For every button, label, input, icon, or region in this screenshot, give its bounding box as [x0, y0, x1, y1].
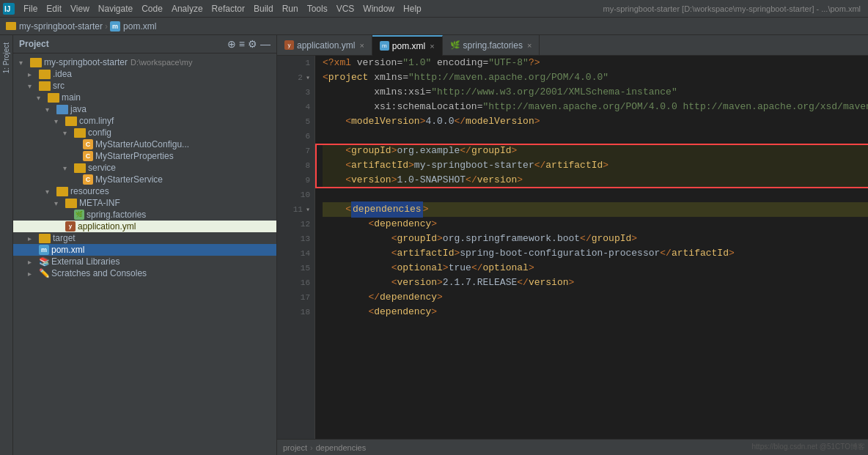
chevron-metainf	[54, 199, 63, 207]
idea-label: .idea	[53, 69, 72, 79]
line-num-18: 18	[301, 308, 310, 317]
menu-build[interactable]: Build	[249, 0, 278, 18]
breadcrumb-file[interactable]: pom.xml	[123, 21, 156, 32]
sidebar-item-service[interactable]: C MyStarterService	[13, 174, 276, 185]
menu-window[interactable]: Window	[358, 0, 399, 18]
gutter-line-2: 2 ▾	[277, 70, 315, 85]
tab-close-pom[interactable]: ×	[430, 42, 434, 51]
sidebar-item-ext-libs[interactable]: 📚 External Libraries	[13, 256, 276, 267]
ext-icon: 📚	[39, 256, 49, 267]
sidebar-item-src[interactable]: src	[13, 80, 276, 92]
tab-close-appyml[interactable]: ×	[359, 41, 364, 50]
class-icon-autoconfig: C	[83, 139, 93, 149]
tab-spring-factories[interactable]: 🌿 spring.factories ×	[443, 35, 540, 56]
left-panel-tab: 1: Project	[0, 35, 13, 455]
chevron-java	[45, 106, 54, 114]
code-line-18: <dependency>	[323, 305, 868, 319]
folder-icon-metainf	[65, 199, 77, 208]
folder-icon-java	[56, 105, 68, 114]
fold-2[interactable]: ▾	[306, 73, 310, 82]
service-label: service	[88, 163, 116, 173]
breadcrumb-item: my-springboot-starter	[6, 21, 103, 32]
code-line-10	[323, 188, 868, 202]
breadcrumb-project[interactable]: my-springboot-starter	[19, 21, 103, 32]
service-cls-label: MyStarterService	[95, 174, 163, 185]
sidebar-item-target[interactable]: target	[13, 232, 276, 244]
sidebar-item-package[interactable]: com.linyf	[13, 115, 276, 127]
sidebar-item-properties[interactable]: C MyStarterProperties	[13, 150, 276, 162]
code-line-3: xmlns:xsi="http://www.w3.org/2001/XMLSch…	[323, 85, 868, 100]
sidebar-controls: ⊕ ≡ ⚙ —	[227, 38, 271, 50]
folder-icon-resources	[56, 187, 68, 196]
gutter-line-10: 10	[277, 188, 315, 202]
menu-file[interactable]: File	[19, 0, 42, 18]
sidebar-sync-btn[interactable]: ⊕	[227, 38, 236, 50]
menu-help[interactable]: Help	[399, 0, 426, 18]
sidebar-item-spring-factories[interactable]: 🌿 spring.factories	[13, 209, 276, 221]
tab-label-appyml: application.yml	[297, 40, 355, 51]
menu-edit[interactable]: Edit	[42, 0, 66, 18]
line-num-15: 15	[301, 264, 310, 273]
sidebar-item-java[interactable]: java	[13, 103, 276, 115]
chevron-target	[28, 234, 37, 243]
gutter-line-7: 7	[277, 144, 315, 158]
appyml-label: application.yml	[78, 221, 136, 232]
line-num-10: 10	[301, 190, 310, 199]
menu-analyze[interactable]: Analyze	[167, 0, 207, 18]
sidebar-collapse-btn[interactable]: ≡	[239, 38, 245, 50]
gutter-line-11: 11 ▾	[277, 202, 315, 217]
sidebar-close-btn[interactable]: —	[260, 38, 271, 50]
chevron-service	[63, 164, 72, 172]
sidebar-item-appyml[interactable]: y application.yml	[13, 221, 276, 232]
code-line-7: <groupId> org.example </groupId>	[323, 144, 868, 158]
sidebar-item-autoconfig[interactable]: C MyStarterAutoConfigu...	[13, 138, 276, 150]
sidebar-item-main[interactable]: main	[13, 92, 276, 103]
code-line-12: <dependency>	[323, 217, 868, 232]
target-label: target	[53, 233, 76, 243]
config-label: config	[88, 127, 111, 138]
project-tab[interactable]: 1: Project	[1, 38, 12, 78]
line-num-6: 6	[305, 132, 310, 141]
menu-vcs[interactable]: VCS	[332, 0, 359, 18]
sidebar-item-pomxml[interactable]: m pom.xml	[13, 244, 276, 256]
sidebar-item-scratches[interactable]: ✏️ Scratches and Consoles	[13, 267, 276, 279]
tab-pomxml[interactable]: m pom.xml ×	[372, 35, 443, 56]
menu-refactor[interactable]: Refactor	[207, 0, 249, 18]
sidebar-item-service-folder[interactable]: service	[13, 162, 276, 174]
gutter-line-6: 6	[277, 129, 315, 144]
line-num-13: 13	[301, 234, 310, 243]
root-path: D:\workspace\my	[130, 58, 192, 67]
sidebar-item-config[interactable]: config	[13, 127, 276, 138]
gutter-line-14: 14	[277, 246, 315, 261]
sf-icon: 🌿	[74, 210, 84, 220]
chevron-scratches	[28, 270, 37, 278]
menu-navigate[interactable]: Navigate	[94, 0, 137, 18]
code-line-16: <version> 2.1.7.RELEASE </version>	[323, 275, 868, 290]
tab-label-sf: spring.factories	[463, 40, 523, 51]
tabs-bar: y application.yml × m pom.xml × 🌿 spring…	[277, 35, 868, 56]
tab-close-sf[interactable]: ×	[527, 41, 532, 50]
gutter-line-8: 8	[277, 158, 315, 173]
code-line-5: <modelVersion> 4.0.0 </modelVersion>	[323, 114, 868, 129]
breadcrumb-sep: ›	[105, 21, 108, 32]
tab-icon-sf: 🌿	[450, 40, 460, 50]
menu-run[interactable]: Run	[278, 0, 303, 18]
file-tree: my-springboot-starter D:\workspace\my .i…	[13, 53, 276, 455]
fold-11[interactable]: ▾	[306, 205, 310, 214]
sidebar-item-resources[interactable]: resources	[13, 185, 276, 197]
tab-appyml[interactable]: y application.yml ×	[277, 35, 372, 56]
sidebar-item-idea[interactable]: .idea	[13, 68, 276, 80]
sidebar-item-metainf[interactable]: META-INF	[13, 197, 276, 209]
folder-icon-service	[74, 163, 86, 173]
menu-view[interactable]: View	[66, 0, 94, 18]
code-line-6	[323, 129, 868, 144]
code-line-9: <version> 1.0-SNAPSHOT </version>	[323, 173, 868, 188]
menu-tools[interactable]: Tools	[303, 0, 332, 18]
editor-content[interactable]: 1 2 ▾ 3 4 5 6 7 8 9 10	[277, 56, 868, 439]
code-text: <?xml version="1.0" encoding="UTF-8" ?> …	[315, 56, 868, 439]
line-num-8: 8	[305, 161, 310, 170]
sidebar-settings-btn[interactable]: ⚙	[248, 38, 257, 50]
menu-code[interactable]: Code	[137, 0, 167, 18]
tree-item-root[interactable]: my-springboot-starter D:\workspace\my	[13, 56, 276, 68]
line-num-14: 14	[301, 249, 310, 258]
